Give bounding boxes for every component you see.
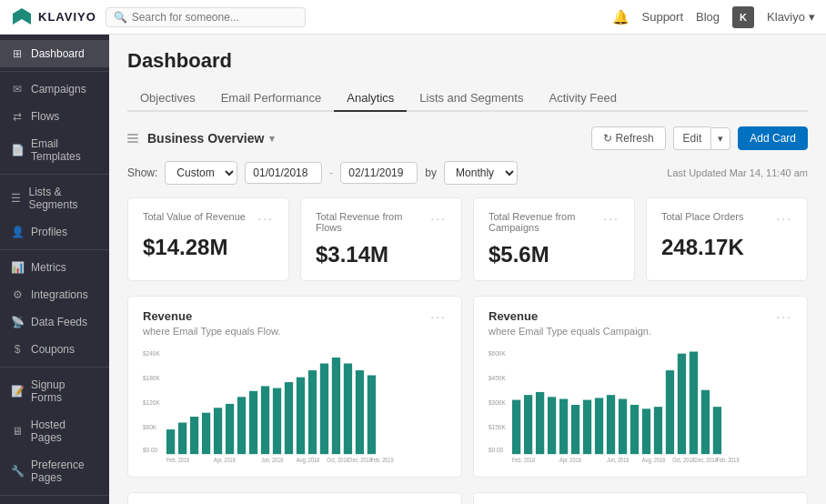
user-menu[interactable]: Klaviyo ▾ <box>767 10 815 24</box>
svg-text:Jun, 2018: Jun, 2018 <box>607 457 630 462</box>
tab-objectives[interactable]: Objectives <box>127 86 208 112</box>
sidebar-label-coupons: Coupons <box>31 343 75 356</box>
sidebar-item-coupons[interactable]: $ Coupons <box>0 336 109 363</box>
sidebar-item-integrations[interactable]: ⚙ Integrations <box>0 281 109 308</box>
page-title: Dashboard <box>127 49 808 73</box>
svg-rect-36 <box>512 400 520 455</box>
sidebar-item-dashboard[interactable]: ⊞ Dashboard <box>0 40 109 67</box>
sidebar-item-hosted-pages[interactable]: 🖥 Hosted Pages <box>0 411 109 451</box>
svg-rect-19 <box>320 364 328 455</box>
sidebar-item-data-feeds[interactable]: 📡 Data Feeds <box>0 308 109 336</box>
sidebar-item-signup-forms[interactable]: 📝 Signup Forms <box>0 371 109 411</box>
svg-text:Apr, 2018: Apr, 2018 <box>214 457 236 462</box>
charts-row-1: Revenue ··· where Email Type equals Flow… <box>127 296 808 478</box>
sidebar-item-lists-segments[interactable]: ☰ Lists & Segments <box>0 178 109 218</box>
sidebar-item-campaigns[interactable]: ✉ Campaigns <box>0 76 109 103</box>
svg-rect-23 <box>368 376 376 455</box>
sidebar-item-image-library[interactable]: 🖼 Image Library <box>0 499 109 504</box>
svg-rect-43 <box>595 398 603 454</box>
tab-activity-feed[interactable]: Activity Feed <box>536 86 629 112</box>
svg-rect-53 <box>713 407 721 454</box>
svg-rect-50 <box>678 354 686 455</box>
svg-rect-14 <box>261 386 269 454</box>
support-link[interactable]: Support <box>642 10 684 24</box>
chart-menu-1[interactable]: ··· <box>430 309 447 324</box>
svg-rect-39 <box>548 397 556 454</box>
sidebar-item-flows[interactable]: ⇄ Flows <box>0 103 109 130</box>
sidebar-label-flows: Flows <box>31 110 59 123</box>
flows-icon: ⇄ <box>11 110 24 123</box>
sidebar-item-preference-pages[interactable]: 🔧 Preference Pages <box>0 451 109 491</box>
data-feeds-icon: 📡 <box>11 316 24 328</box>
tab-lists-segments[interactable]: Lists and Segments <box>407 86 536 112</box>
edit-button[interactable]: Edit <box>673 126 711 150</box>
drag-handle-line2 <box>127 137 138 139</box>
svg-rect-48 <box>654 407 662 454</box>
overview-bar: Business Overview ▾ ↻ Refresh Edit ▾ Add… <box>127 126 808 150</box>
search-bar[interactable]: 🔍 <box>106 7 306 27</box>
date-from-input[interactable] <box>245 162 322 184</box>
bell-icon[interactable]: 🔔 <box>612 9 630 25</box>
integrations-icon: ⚙ <box>11 288 24 301</box>
klaviyo-logo-icon <box>11 6 33 28</box>
user-name: Klaviyo <box>767 10 805 24</box>
refresh-button[interactable]: ↻ Refresh <box>591 126 666 150</box>
sidebar-divider-2 <box>0 174 109 175</box>
metric-card-orders: Total Place Orders ··· 248.17K <box>646 197 808 281</box>
overview-title-text: Business Overview <box>147 131 264 146</box>
svg-text:Feb, 2019: Feb, 2019 <box>371 457 395 462</box>
sidebar-label-dashboard: Dashboard <box>31 47 85 60</box>
chart-area-2: $600K $450K $300K $150K $0.00 <box>489 346 792 464</box>
svg-text:Feb, 2019: Feb, 2019 <box>717 457 740 462</box>
svg-rect-38 <box>536 392 544 454</box>
range-select[interactable]: Custom <box>165 161 237 185</box>
edit-dropdown-arrow[interactable]: ▾ <box>710 127 730 150</box>
tab-analytics[interactable]: Analytics <box>334 86 407 112</box>
svg-text:Oct, 2018: Oct, 2018 <box>672 457 695 462</box>
svg-rect-11 <box>226 404 234 454</box>
signup-forms-icon: 📝 <box>11 385 24 398</box>
svg-rect-49 <box>666 370 674 454</box>
refresh-label: Refresh <box>616 132 654 145</box>
svg-rect-47 <box>642 408 650 454</box>
chart-menu-2[interactable]: ··· <box>776 309 792 324</box>
metric-menu-2[interactable]: ··· <box>430 211 447 226</box>
sidebar-divider-5 <box>0 495 109 496</box>
metric-value-2: $3.14M <box>316 242 447 267</box>
sidebar-item-profiles[interactable]: 👤 Profiles <box>0 218 109 246</box>
edit-label: Edit <box>683 132 702 145</box>
metric-menu-4[interactable]: ··· <box>776 211 792 226</box>
interval-select[interactable]: Monthly <box>444 161 518 185</box>
blog-link[interactable]: Blog <box>696 10 720 24</box>
tab-email-performance[interactable]: Email Performance <box>208 86 335 112</box>
overview-chevron[interactable]: ▾ <box>269 133 275 145</box>
search-input[interactable] <box>132 11 297 24</box>
chart-header-1: Revenue ··· <box>143 309 447 324</box>
add-card-button[interactable]: Add Card <box>738 126 808 150</box>
metric-menu-1[interactable]: ··· <box>257 211 274 226</box>
svg-rect-20 <box>332 358 340 454</box>
sidebar-label-integrations: Integrations <box>31 288 88 301</box>
hosted-pages-icon: 🖥 <box>11 425 24 438</box>
date-to-input[interactable] <box>340 162 418 184</box>
svg-text:Dec, 2018: Dec, 2018 <box>694 457 718 462</box>
svg-text:$240K: $240K <box>143 349 160 357</box>
edit-button-split: Edit ▾ <box>673 126 731 150</box>
sidebar-item-metrics[interactable]: 📊 Metrics <box>0 254 109 281</box>
svg-text:Feb, 2018: Feb, 2018 <box>166 457 190 462</box>
svg-text:$150K: $150K <box>489 424 506 431</box>
sidebar-item-email-templates[interactable]: 📄 Email Templates <box>0 130 109 170</box>
svg-rect-37 <box>524 395 532 454</box>
svg-rect-22 <box>356 370 364 454</box>
layout: ⊞ Dashboard ✉ Campaigns ⇄ Flows 📄 Email … <box>0 35 826 504</box>
metric-value-1: $14.28M <box>143 235 274 260</box>
sidebar-label-metrics: Metrics <box>31 261 66 274</box>
svg-rect-21 <box>344 364 352 455</box>
chart-title-2: Revenue <box>489 309 538 323</box>
overview-actions: ↻ Refresh Edit ▾ Add Card <box>591 126 808 150</box>
svg-rect-7 <box>178 423 186 455</box>
svg-rect-52 <box>701 390 710 454</box>
metric-menu-3[interactable]: ··· <box>603 211 620 226</box>
logo-text: KLAVIYO <box>38 10 96 24</box>
svg-rect-9 <box>202 413 210 455</box>
